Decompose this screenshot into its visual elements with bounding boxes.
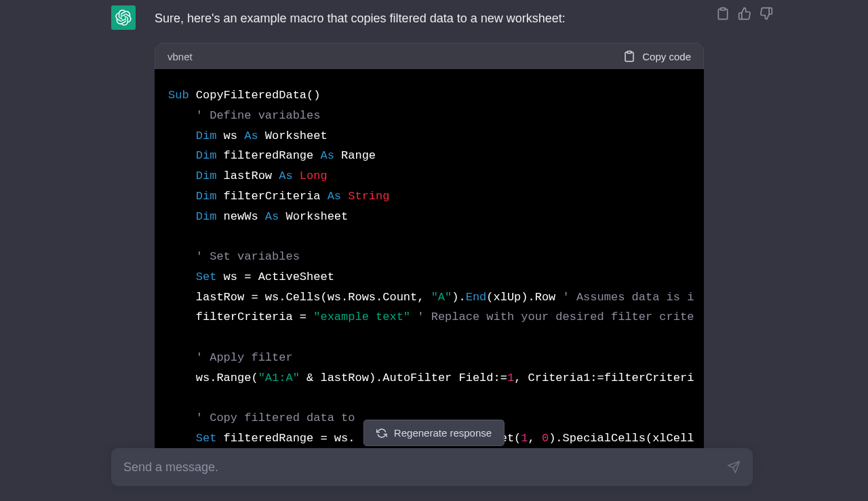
thumbs-down-button[interactable] <box>760 7 773 20</box>
assistant-message: Sure, here's an example macro that copie… <box>0 0 868 469</box>
kw: Dim <box>196 129 217 142</box>
svg-rect-0 <box>627 52 631 54</box>
number: 1 <box>521 432 528 445</box>
code-text: ). <box>452 291 465 304</box>
kw: As <box>279 169 292 182</box>
code-text: newWs <box>216 210 264 223</box>
regenerate-label: Regenerate response <box>394 427 492 439</box>
code-text: filterCriteria <box>216 190 327 203</box>
code-text: CopyFilteredData() <box>189 89 321 102</box>
code-text: ws <box>216 129 244 142</box>
copy-code-button[interactable]: Copy code <box>623 50 691 62</box>
openai-logo <box>115 9 132 26</box>
code-text: filteredRange = ws. <box>216 432 355 445</box>
code-text: , <box>528 432 542 445</box>
send-button[interactable] <box>727 460 741 474</box>
number: 1 <box>507 372 514 384</box>
code-text: lastRow = ws.Cells(ws.Rows.Count, <box>196 291 431 304</box>
comment: ' Replace with your desired filter crite <box>417 310 694 323</box>
copy-code-label: Copy code <box>642 51 691 62</box>
code-text: Worksheet <box>279 210 348 223</box>
code-text: & lastRow).AutoFilter Field:= <box>300 372 507 384</box>
message-content: Sure, here's an example macro that copie… <box>155 5 704 469</box>
code-text: (xlUp).Row <box>486 291 562 304</box>
string: "A1:A" <box>258 372 300 384</box>
kw: As <box>265 210 279 223</box>
code-text: Range <box>334 149 376 162</box>
kw: Set <box>196 270 217 283</box>
kw: Dim <box>196 190 217 203</box>
kw: Dim <box>196 169 217 182</box>
kw: As <box>244 129 258 142</box>
code-text: filterCriteria = <box>196 310 313 323</box>
code-text: ws = ActiveSheet <box>216 270 334 283</box>
copy-message-button[interactable] <box>716 7 730 20</box>
assistant-avatar <box>111 5 136 30</box>
comment: ' Set variables <box>196 250 300 263</box>
comment: ' Assumes data is i <box>563 291 694 304</box>
message-actions <box>716 7 773 20</box>
type: Long <box>300 169 328 182</box>
code-text: Worksheet <box>258 129 328 142</box>
code-language-label: vbnet <box>167 51 193 62</box>
kw: End <box>466 291 487 304</box>
string: "example text" <box>313 310 410 323</box>
code-text: ws.Range( <box>196 372 258 384</box>
code-text: filteredRange <box>216 149 320 162</box>
assistant-intro-text: Sure, here's an example macro that copie… <box>155 9 704 28</box>
code-header: vbnet Copy code <box>155 43 704 69</box>
code-text: lastRow <box>216 169 279 182</box>
message-input[interactable] <box>123 460 727 475</box>
thumbs-down-icon <box>760 7 773 20</box>
thumbs-up-button[interactable] <box>738 7 751 20</box>
kw: Sub <box>168 89 189 102</box>
code-text: , Criteria1:=filterCriteri <box>514 372 694 384</box>
code-text: ).SpecialCells(xlCell <box>549 432 694 445</box>
svg-rect-1 <box>721 8 726 10</box>
message-input-container <box>111 448 753 486</box>
send-icon <box>727 460 741 474</box>
kw: Dim <box>196 210 217 223</box>
refresh-icon <box>376 428 387 439</box>
code-text <box>410 310 417 323</box>
regenerate-button[interactable]: Regenerate response <box>363 420 505 446</box>
thumbs-up-icon <box>738 7 751 20</box>
comment: ' Define variables <box>196 109 321 122</box>
code-block: vbnet Copy code Sub CopyFilteredData() '… <box>155 43 704 469</box>
number: 0 <box>542 432 549 445</box>
comment: ' Apply filter <box>196 351 293 364</box>
code-content: Sub CopyFilteredData() ' Define variable… <box>155 69 704 469</box>
kw: Dim <box>196 149 217 162</box>
clipboard-icon <box>623 50 635 62</box>
comment: ' Copy filtered data to <box>196 412 355 424</box>
kw: Set <box>196 432 217 445</box>
clipboard-icon <box>716 7 730 20</box>
kw: As <box>328 190 341 203</box>
kw: As <box>320 149 334 162</box>
string: "A" <box>431 291 452 304</box>
type: String <box>348 190 389 203</box>
